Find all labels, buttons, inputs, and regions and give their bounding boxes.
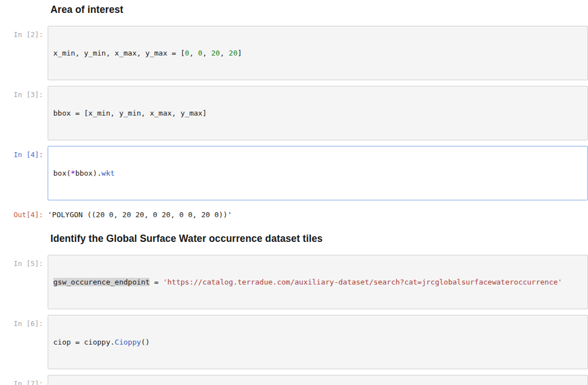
input-prompt: In [2]: — [0, 26, 48, 39]
code-input[interactable]: ciop = cioppy.Cioppy() — [48, 315, 588, 369]
code-token: = — [150, 278, 163, 286]
input-prompt: In [7]: — [0, 375, 48, 385]
code-cell-2: In [2]: x_min, y_min, x_max, y_max = [0,… — [0, 26, 588, 80]
code-token: wkt — [101, 169, 114, 177]
code-line: x_min, y_min, x_max, y_max = [0, 0, 20, … — [53, 48, 582, 58]
code-token: x_min, y_min, x_max, y_max = [ — [53, 49, 185, 57]
code-input[interactable]: bbox = [x_min, y_min, x_max, y_max] — [48, 86, 588, 140]
code-input[interactable]: search_params = dict() search_params['ge… — [48, 375, 588, 385]
code-line: gsw_occurence_endpoint = 'https://catalo… — [53, 277, 582, 287]
code-token: , — [189, 49, 198, 57]
code-token: 20 — [211, 49, 220, 57]
code-token: bbox). — [75, 169, 101, 177]
code-token: ciop = cioppy. — [53, 338, 115, 346]
code-token: 20 — [229, 49, 238, 57]
code-token: gsw_occurence_endpoint — [53, 278, 150, 286]
code-token: Cioppy — [115, 338, 141, 346]
code-input[interactable]: x_min, y_min, x_max, y_max = [0, 0, 20, … — [48, 26, 588, 80]
code-cell-3: In [3]: bbox = [x_min, y_min, x_max, y_m… — [0, 86, 588, 140]
code-line: ciop = cioppy.Cioppy() — [53, 337, 582, 347]
markdown-heading-identify-tiles: Identify the Global Surface Water occurr… — [50, 232, 588, 245]
output-text: 'POLYGON ((20 0, 20 20, 0 20, 0 0, 20 0)… — [48, 206, 588, 219]
code-token: bbox = [x_min, y_min, x_max, y_max] — [53, 109, 207, 117]
code-cell-4-selected: In [4]: box(*bbox).wkt — [0, 146, 588, 200]
code-token: , — [220, 49, 229, 57]
code-line: box(*bbox).wkt — [53, 168, 582, 178]
code-cell-5: In [5]: gsw_occurence_endpoint = 'https:… — [0, 255, 588, 309]
code-token: * — [71, 169, 75, 177]
code-cell-7: In [7]: search_params = dict() search_pa… — [0, 375, 588, 385]
input-prompt: In [6]: — [0, 315, 48, 328]
code-line: bbox = [x_min, y_min, x_max, y_max] — [53, 108, 582, 118]
code-token: ] — [238, 49, 242, 57]
output-prompt: Out[4]: — [0, 206, 48, 219]
code-input[interactable]: box(*bbox).wkt — [48, 146, 588, 200]
code-token: () — [141, 338, 150, 346]
input-prompt: In [5]: — [0, 255, 48, 268]
jupyter-notebook: Area of interest In [2]: x_min, y_min, x… — [0, 0, 588, 385]
input-prompt: In [4]: — [0, 146, 48, 159]
code-token: box( — [53, 169, 71, 177]
code-cell-6: In [6]: ciop = cioppy.Cioppy() — [0, 315, 588, 369]
code-token: 0 — [198, 49, 202, 57]
code-token: 0 — [185, 49, 189, 57]
code-token: 'https://catalog.terradue.com/auxiliary-… — [163, 278, 562, 286]
output-cell-4: Out[4]: 'POLYGON ((20 0, 20 20, 0 20, 0 … — [0, 206, 588, 222]
input-prompt: In [3]: — [0, 86, 48, 99]
code-token: , — [202, 49, 211, 57]
markdown-heading-area-of-interest: Area of interest — [50, 3, 588, 16]
code-input[interactable]: gsw_occurence_endpoint = 'https://catalo… — [48, 255, 588, 309]
